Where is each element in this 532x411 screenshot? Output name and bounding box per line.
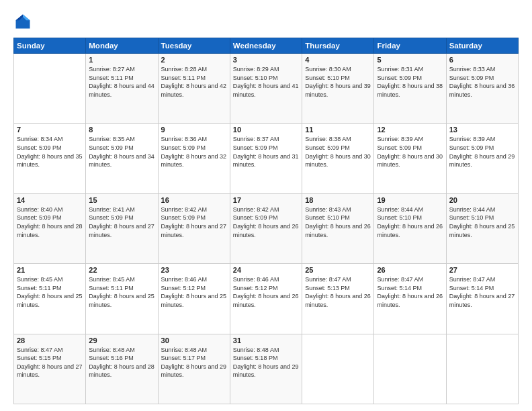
day-number: 24 <box>233 266 299 274</box>
calendar-cell: 8Sunrise: 8:35 AMSunset: 5:09 PMDaylight… <box>86 124 158 193</box>
day-number: 14 <box>17 196 83 204</box>
day-info: Sunrise: 8:47 AMSunset: 5:13 PMDaylight:… <box>305 275 371 309</box>
calendar-week-5: 28Sunrise: 8:47 AMSunset: 5:15 PMDayligh… <box>14 334 519 404</box>
day-info: Sunrise: 8:30 AMSunset: 5:10 PMDaylight:… <box>305 65 371 99</box>
calendar-cell: 28Sunrise: 8:47 AMSunset: 5:15 PMDayligh… <box>14 334 86 404</box>
day-number: 27 <box>449 266 515 274</box>
day-info: Sunrise: 8:43 AMSunset: 5:10 PMDaylight:… <box>305 205 371 239</box>
day-number: 8 <box>89 126 154 134</box>
day-info: Sunrise: 8:28 AMSunset: 5:11 PMDaylight:… <box>161 65 227 99</box>
day-info: Sunrise: 8:40 AMSunset: 5:09 PMDaylight:… <box>17 205 83 239</box>
day-info: Sunrise: 8:44 AMSunset: 5:10 PMDaylight:… <box>449 205 515 239</box>
day-number: 25 <box>305 266 371 274</box>
day-number: 13 <box>449 126 515 134</box>
calendar-cell: 31Sunrise: 8:48 AMSunset: 5:18 PMDayligh… <box>230 334 302 404</box>
calendar-header-wednesday: Wednesday <box>230 38 302 54</box>
calendar-cell: 6Sunrise: 8:33 AMSunset: 5:09 PMDaylight… <box>446 54 518 124</box>
day-number: 21 <box>17 266 83 274</box>
calendar-cell: 11Sunrise: 8:38 AMSunset: 5:09 PMDayligh… <box>302 124 374 193</box>
day-number: 2 <box>161 56 227 64</box>
day-number: 19 <box>377 196 443 204</box>
calendar-cell <box>446 334 518 404</box>
day-number: 22 <box>89 266 154 274</box>
day-info: Sunrise: 8:47 AMSunset: 5:14 PMDaylight:… <box>377 275 443 309</box>
day-info: Sunrise: 8:41 AMSunset: 5:09 PMDaylight:… <box>89 205 154 239</box>
calendar-header-sunday: Sunday <box>14 38 86 54</box>
logo <box>13 12 35 31</box>
day-number: 17 <box>233 196 299 204</box>
day-number: 11 <box>305 126 371 134</box>
day-info: Sunrise: 8:42 AMSunset: 5:09 PMDaylight:… <box>233 205 299 239</box>
calendar-cell: 22Sunrise: 8:45 AMSunset: 5:11 PMDayligh… <box>86 264 158 334</box>
day-info: Sunrise: 8:35 AMSunset: 5:09 PMDaylight:… <box>89 135 154 169</box>
day-number: 16 <box>161 196 227 204</box>
calendar-cell: 21Sunrise: 8:45 AMSunset: 5:11 PMDayligh… <box>14 264 86 334</box>
calendar-cell: 1Sunrise: 8:27 AMSunset: 5:11 PMDaylight… <box>86 54 158 124</box>
calendar-cell: 29Sunrise: 8:48 AMSunset: 5:16 PMDayligh… <box>86 334 158 404</box>
calendar-cell: 9Sunrise: 8:36 AMSunset: 5:09 PMDaylight… <box>158 124 230 193</box>
day-number: 10 <box>233 126 299 134</box>
day-number: 18 <box>305 196 371 204</box>
day-info: Sunrise: 8:29 AMSunset: 5:10 PMDaylight:… <box>233 65 299 99</box>
day-number: 20 <box>449 196 515 204</box>
calendar-week-1: 1Sunrise: 8:27 AMSunset: 5:11 PMDaylight… <box>14 54 519 124</box>
calendar-cell: 18Sunrise: 8:43 AMSunset: 5:10 PMDayligh… <box>302 193 374 263</box>
calendar-cell <box>14 54 86 124</box>
day-info: Sunrise: 8:39 AMSunset: 5:09 PMDaylight:… <box>377 135 443 169</box>
calendar-cell: 26Sunrise: 8:47 AMSunset: 5:14 PMDayligh… <box>374 264 446 334</box>
calendar: SundayMondayTuesdayWednesdayThursdayFrid… <box>13 38 519 404</box>
calendar-cell: 27Sunrise: 8:47 AMSunset: 5:14 PMDayligh… <box>446 264 518 334</box>
day-number: 30 <box>161 336 227 345</box>
day-info: Sunrise: 8:34 AMSunset: 5:09 PMDaylight:… <box>17 135 83 169</box>
day-number: 6 <box>449 56 515 64</box>
day-info: Sunrise: 8:45 AMSunset: 5:11 PMDaylight:… <box>17 275 83 309</box>
calendar-cell: 5Sunrise: 8:31 AMSunset: 5:09 PMDaylight… <box>374 54 446 124</box>
calendar-header-saturday: Saturday <box>446 38 518 54</box>
day-info: Sunrise: 8:46 AMSunset: 5:12 PMDaylight:… <box>233 275 299 309</box>
day-info: Sunrise: 8:27 AMSunset: 5:11 PMDaylight:… <box>89 65 154 99</box>
calendar-week-3: 14Sunrise: 8:40 AMSunset: 5:09 PMDayligh… <box>14 193 519 263</box>
day-info: Sunrise: 8:45 AMSunset: 5:11 PMDaylight:… <box>89 275 154 309</box>
day-number: 1 <box>89 56 154 64</box>
day-info: Sunrise: 8:47 AMSunset: 5:15 PMDaylight:… <box>17 346 83 379</box>
day-info: Sunrise: 8:39 AMSunset: 5:09 PMDaylight:… <box>449 135 515 169</box>
day-number: 31 <box>233 336 299 345</box>
calendar-cell: 2Sunrise: 8:28 AMSunset: 5:11 PMDaylight… <box>158 54 230 124</box>
calendar-header-monday: Monday <box>86 38 158 54</box>
calendar-cell <box>374 334 446 404</box>
calendar-cell: 3Sunrise: 8:29 AMSunset: 5:10 PMDaylight… <box>230 54 302 124</box>
calendar-header-row: SundayMondayTuesdayWednesdayThursdayFrid… <box>14 38 519 54</box>
day-number: 26 <box>377 266 443 274</box>
calendar-cell: 24Sunrise: 8:46 AMSunset: 5:12 PMDayligh… <box>230 264 302 334</box>
calendar-week-2: 7Sunrise: 8:34 AMSunset: 5:09 PMDaylight… <box>14 124 519 193</box>
calendar-cell: 30Sunrise: 8:48 AMSunset: 5:17 PMDayligh… <box>158 334 230 404</box>
calendar-cell: 12Sunrise: 8:39 AMSunset: 5:09 PMDayligh… <box>374 124 446 193</box>
header <box>13 12 519 31</box>
calendar-week-4: 21Sunrise: 8:45 AMSunset: 5:11 PMDayligh… <box>14 264 519 334</box>
day-info: Sunrise: 8:46 AMSunset: 5:12 PMDaylight:… <box>161 275 227 309</box>
day-number: 28 <box>17 336 83 345</box>
day-info: Sunrise: 8:38 AMSunset: 5:09 PMDaylight:… <box>305 135 371 169</box>
day-number: 7 <box>17 126 83 134</box>
page: SundayMondayTuesdayWednesdayThursdayFrid… <box>0 0 532 411</box>
day-number: 29 <box>89 336 154 345</box>
day-number: 3 <box>233 56 299 64</box>
calendar-header-friday: Friday <box>374 38 446 54</box>
day-number: 5 <box>377 56 443 64</box>
calendar-cell <box>302 334 374 404</box>
logo-icon <box>13 12 32 31</box>
calendar-cell: 23Sunrise: 8:46 AMSunset: 5:12 PMDayligh… <box>158 264 230 334</box>
calendar-cell: 4Sunrise: 8:30 AMSunset: 5:10 PMDaylight… <box>302 54 374 124</box>
calendar-cell: 25Sunrise: 8:47 AMSunset: 5:13 PMDayligh… <box>302 264 374 334</box>
day-number: 9 <box>161 126 227 134</box>
calendar-cell: 20Sunrise: 8:44 AMSunset: 5:10 PMDayligh… <box>446 193 518 263</box>
day-info: Sunrise: 8:48 AMSunset: 5:17 PMDaylight:… <box>161 346 227 379</box>
calendar-cell: 7Sunrise: 8:34 AMSunset: 5:09 PMDaylight… <box>14 124 86 193</box>
day-info: Sunrise: 8:48 AMSunset: 5:16 PMDaylight:… <box>89 346 154 379</box>
day-info: Sunrise: 8:36 AMSunset: 5:09 PMDaylight:… <box>161 135 227 169</box>
calendar-cell: 13Sunrise: 8:39 AMSunset: 5:09 PMDayligh… <box>446 124 518 193</box>
day-info: Sunrise: 8:37 AMSunset: 5:09 PMDaylight:… <box>233 135 299 169</box>
calendar-header-tuesday: Tuesday <box>158 38 230 54</box>
day-number: 12 <box>377 126 443 134</box>
day-info: Sunrise: 8:42 AMSunset: 5:09 PMDaylight:… <box>161 205 227 239</box>
